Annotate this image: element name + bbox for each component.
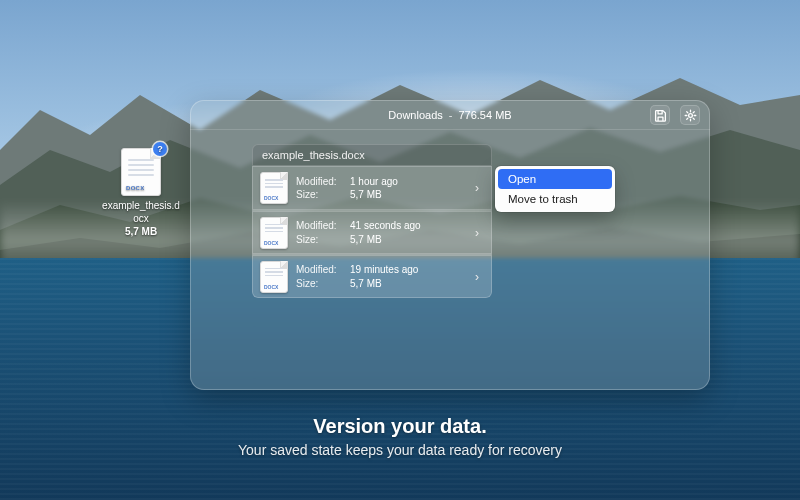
chevron-right-icon: › — [470, 181, 484, 195]
subheadline: Your saved state keeps your data ready f… — [0, 442, 800, 458]
gear-icon — [684, 109, 697, 122]
version-meta: Modified:1 hour ago Size:5,7 MB — [296, 175, 462, 202]
context-menu: Open Move to trash — [495, 166, 615, 212]
document-icon: DOCX — [260, 261, 288, 293]
panel-title-separator: - — [443, 109, 459, 121]
file-ext-label: DOCX — [126, 185, 145, 193]
chevron-right-icon: › — [470, 226, 484, 240]
panel-header: Downloads - 776.54 MB — [190, 100, 710, 130]
version-row[interactable]: DOCX Modified:41 seconds ago Size:5,7 MB… — [252, 210, 492, 254]
file-size-label: 5,7 MB — [100, 226, 182, 239]
version-row[interactable]: DOCX Modified:1 hour ago Size:5,7 MB › — [252, 166, 492, 210]
versions-list: example_thesis.docx DOCX Modified:1 hour… — [252, 144, 492, 298]
promo-tagline: Version your data. Your saved state keep… — [0, 415, 800, 458]
panel-folder-label: Downloads — [388, 109, 442, 121]
file-name-label: example_thesis.docx — [100, 200, 182, 225]
desktop-file[interactable]: DOCX ? example_thesis.docx 5,7 MB — [100, 148, 182, 239]
save-header-button[interactable] — [650, 105, 670, 125]
settings-header-button[interactable] — [680, 105, 700, 125]
context-item-open[interactable]: Open — [498, 169, 612, 189]
help-badge-icon: ? — [153, 142, 167, 156]
document-icon: DOCX — [260, 217, 288, 249]
document-icon: DOCX — [260, 172, 288, 204]
version-row[interactable]: DOCX Modified:19 minutes ago Size:5,7 MB… — [252, 254, 492, 298]
context-item-move-to-trash[interactable]: Move to trash — [498, 189, 612, 209]
headline: Version your data. — [0, 415, 800, 438]
promo-scene: DOCX ? example_thesis.docx 5,7 MB Downlo… — [0, 0, 800, 500]
chevron-right-icon: › — [470, 270, 484, 284]
versions-panel: Downloads - 776.54 MB example_thesis.doc… — [190, 100, 710, 390]
floppy-disk-icon — [654, 109, 667, 122]
version-meta: Modified:41 seconds ago Size:5,7 MB — [296, 219, 462, 246]
versions-filename: example_thesis.docx — [252, 144, 492, 166]
version-meta: Modified:19 minutes ago Size:5,7 MB — [296, 263, 462, 290]
svg-point-0 — [688, 113, 692, 117]
document-icon: DOCX — [121, 148, 161, 196]
panel-size-label: 776.54 MB — [458, 109, 511, 121]
